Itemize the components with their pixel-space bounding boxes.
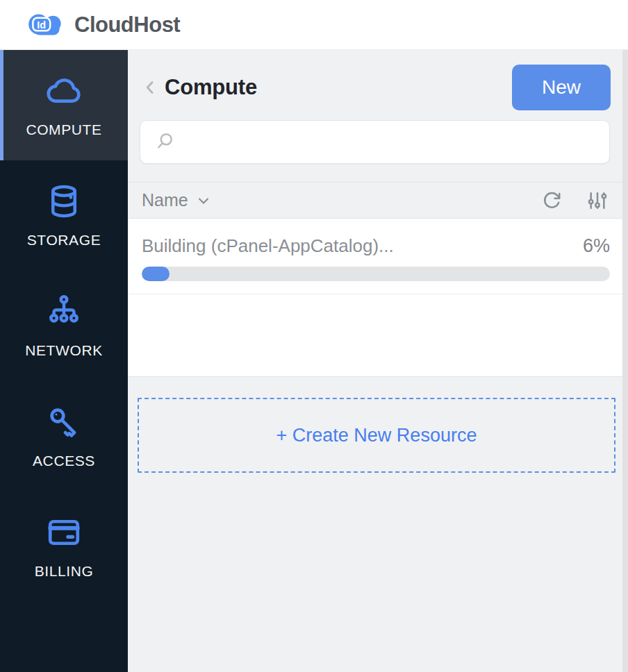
sidebar-item-compute[interactable]: COMPUTE <box>0 50 128 160</box>
key-icon <box>45 403 83 441</box>
sidebar-item-label: COMPUTE <box>26 121 101 138</box>
brand-name: CloudHost <box>74 12 180 37</box>
resource-name: Building (cPanel-AppCatalog)... <box>142 235 394 257</box>
main-panel: Compute New Name <box>128 50 628 672</box>
network-icon <box>45 293 83 330</box>
top-header: Id CloudHost <box>0 0 628 50</box>
refresh-icon[interactable] <box>540 190 563 212</box>
resource-list: Building (cPanel-AppCatalog)... 6% <box>128 219 622 377</box>
title-row: Compute New <box>140 64 611 111</box>
chevron-down-icon <box>195 192 212 209</box>
credit-card-icon <box>45 514 83 551</box>
sidebar-item-label: STORAGE <box>27 232 101 249</box>
app-window: Id CloudHost COMPUTE <box>0 0 628 672</box>
sidebar-item-label: NETWORK <box>25 342 103 359</box>
cloud-badge-icon: Id <box>25 8 68 42</box>
search-input[interactable] <box>182 131 609 154</box>
sidebar-item-label: ACCESS <box>33 453 95 469</box>
filter-sliders-icon[interactable] <box>586 190 609 212</box>
sidebar-item-network[interactable]: NETWORK <box>0 271 128 381</box>
badge-text: Id <box>37 19 46 30</box>
sort-label: Name <box>142 190 188 210</box>
sort-by-name[interactable]: Name <box>142 190 212 210</box>
scrollbar-gutter[interactable] <box>622 50 628 672</box>
brand-logo[interactable]: Id CloudHost <box>25 8 180 42</box>
main-content: Compute New Name <box>128 50 622 672</box>
cloud-icon <box>45 72 83 110</box>
sidebar-item-label: BILLING <box>35 563 94 580</box>
sidebar-item-billing[interactable]: BILLING <box>0 492 128 602</box>
search-icon <box>154 131 175 151</box>
list-header: Name <box>128 182 622 219</box>
back-chevron-icon[interactable] <box>140 77 160 98</box>
table-row[interactable]: Building (cPanel-AppCatalog)... 6% <box>128 219 622 294</box>
search-box[interactable] <box>140 120 610 164</box>
sidebar: COMPUTE STORAGE <box>0 50 128 672</box>
sidebar-item-storage[interactable]: STORAGE <box>0 160 128 271</box>
progress-bar <box>142 267 610 281</box>
progress-percent-label: 6% <box>583 235 610 257</box>
new-button[interactable]: New <box>512 65 611 110</box>
sidebar-item-access[interactable]: ACCESS <box>0 381 128 492</box>
create-new-resource-button[interactable]: + Create New Resource <box>138 398 615 473</box>
database-icon <box>45 183 83 220</box>
progress-fill <box>142 267 170 281</box>
create-new-resource-label: + Create New Resource <box>276 425 477 446</box>
page-title: Compute <box>165 75 257 100</box>
